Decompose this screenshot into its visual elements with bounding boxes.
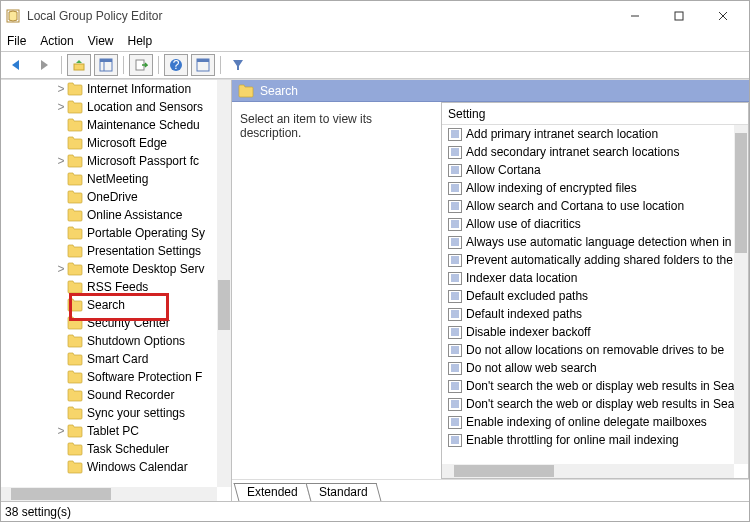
expand-icon[interactable]: >: [55, 262, 67, 276]
export-button[interactable]: [129, 54, 153, 76]
folder-icon: [67, 172, 83, 186]
tree-horizontal-scrollbar[interactable]: [1, 487, 217, 501]
setting-item[interactable]: Allow use of diacritics: [442, 215, 734, 233]
folder-icon: [67, 226, 83, 240]
setting-item[interactable]: Allow search and Cortana to use location: [442, 197, 734, 215]
maximize-button[interactable]: [657, 2, 701, 31]
help-button[interactable]: ?: [164, 54, 188, 76]
tree-item-label: Location and Sensors: [87, 100, 203, 114]
filter-button[interactable]: [226, 54, 250, 76]
status-bar: 38 setting(s): [1, 501, 749, 521]
tree-item[interactable]: >Tablet PC: [1, 422, 217, 440]
tree-pane: >Internet Information>Location and Senso…: [1, 80, 232, 501]
tree-item[interactable]: Security Center: [1, 314, 217, 332]
setting-item[interactable]: Disable indexer backoff: [442, 323, 734, 341]
show-hide-tree-button[interactable]: [94, 54, 118, 76]
folder-icon: [67, 298, 83, 312]
setting-item[interactable]: Default indexed paths: [442, 305, 734, 323]
back-button[interactable]: [5, 54, 29, 76]
up-button[interactable]: [67, 54, 91, 76]
tree-item[interactable]: Task Scheduler: [1, 440, 217, 458]
tree-item[interactable]: >Microsoft Passport fc: [1, 152, 217, 170]
details-title: Search: [260, 84, 298, 98]
tree-item[interactable]: Sync your settings: [1, 404, 217, 422]
tree-item[interactable]: Online Assistance: [1, 206, 217, 224]
tree-item[interactable]: Search: [1, 296, 217, 314]
tree-item[interactable]: OneDrive: [1, 188, 217, 206]
setting-item[interactable]: Default excluded paths: [442, 287, 734, 305]
expand-icon[interactable]: >: [55, 100, 67, 114]
tree-item[interactable]: Portable Operating Sy: [1, 224, 217, 242]
setting-item[interactable]: Don't search the web or display web resu…: [442, 377, 734, 395]
setting-icon: [448, 128, 462, 141]
tree-vertical-scrollbar[interactable]: [217, 80, 231, 487]
tree-item[interactable]: Maintenance Schedu: [1, 116, 217, 134]
setting-label: Prevent automatically adding shared fold…: [466, 253, 733, 267]
tab-extended[interactable]: Extended: [234, 483, 312, 501]
setting-item[interactable]: Add secondary intranet search locations: [442, 143, 734, 161]
setting-label: Allow indexing of encrypted files: [466, 181, 637, 195]
menu-file[interactable]: File: [7, 34, 26, 48]
tree-item-label: Search: [87, 298, 125, 312]
detail-tabs: Extended Standard: [232, 479, 749, 501]
setting-item[interactable]: Always use automatic language detection …: [442, 233, 734, 251]
setting-item[interactable]: Allow indexing of encrypted files: [442, 179, 734, 197]
tree-item[interactable]: RSS Feeds: [1, 278, 217, 296]
tree-item-label: Shutdown Options: [87, 334, 185, 348]
expand-icon[interactable]: >: [55, 424, 67, 438]
properties-button[interactable]: [191, 54, 215, 76]
tree-item[interactable]: Sound Recorder: [1, 386, 217, 404]
folder-icon: [67, 82, 83, 96]
window-title: Local Group Policy Editor: [27, 9, 613, 23]
setting-item[interactable]: Allow Cortana: [442, 161, 734, 179]
setting-label: Always use automatic language detection …: [466, 235, 732, 249]
expand-icon[interactable]: >: [55, 154, 67, 168]
setting-item[interactable]: Enable indexing of online delegate mailb…: [442, 413, 734, 431]
details-vertical-scrollbar[interactable]: [734, 125, 748, 464]
tree-item-label: Tablet PC: [87, 424, 139, 438]
setting-item[interactable]: Do not allow web search: [442, 359, 734, 377]
column-header-setting[interactable]: Setting: [442, 103, 748, 125]
tree-item[interactable]: NetMeeting: [1, 170, 217, 188]
tree-item-label: Smart Card: [87, 352, 148, 366]
setting-item[interactable]: Prevent automatically adding shared fold…: [442, 251, 734, 269]
setting-icon: [448, 326, 462, 339]
tree-item[interactable]: Software Protection F: [1, 368, 217, 386]
tree-item-label: RSS Feeds: [87, 280, 148, 294]
menu-action[interactable]: Action: [40, 34, 73, 48]
setting-icon: [448, 218, 462, 231]
tree-item[interactable]: >Internet Information: [1, 80, 217, 98]
tab-standard[interactable]: Standard: [305, 483, 381, 501]
setting-item[interactable]: Do not allow locations on removable driv…: [442, 341, 734, 359]
tree-item[interactable]: Smart Card: [1, 350, 217, 368]
folder-icon: [67, 244, 83, 258]
tree-item[interactable]: Microsoft Edge: [1, 134, 217, 152]
expand-icon[interactable]: >: [55, 82, 67, 96]
forward-button[interactable]: [32, 54, 56, 76]
tree-item[interactable]: Shutdown Options: [1, 332, 217, 350]
setting-icon: [448, 200, 462, 213]
setting-item[interactable]: Add primary intranet search location: [442, 125, 734, 143]
menu-view[interactable]: View: [88, 34, 114, 48]
tree-item[interactable]: >Location and Sensors: [1, 98, 217, 116]
minimize-button[interactable]: [613, 2, 657, 31]
details-horizontal-scrollbar[interactable]: [442, 464, 734, 478]
tree-item[interactable]: Windows Calendar: [1, 458, 217, 476]
tree-item[interactable]: >Remote Desktop Serv: [1, 260, 217, 278]
setting-label: Default indexed paths: [466, 307, 582, 321]
close-button[interactable]: [701, 2, 745, 31]
setting-icon: [448, 380, 462, 393]
setting-item[interactable]: Don't search the web or display web resu…: [442, 395, 734, 413]
tree-item-label: Security Center: [87, 316, 170, 330]
description-text: Select an item to view its description.: [232, 102, 441, 479]
setting-icon: [448, 416, 462, 429]
setting-item[interactable]: Enable throttling for online mail indexi…: [442, 431, 734, 449]
menu-help[interactable]: Help: [128, 34, 153, 48]
tree-item-label: Task Scheduler: [87, 442, 169, 456]
details-header: Search: [232, 80, 749, 102]
tree-item[interactable]: Presentation Settings: [1, 242, 217, 260]
setting-label: Don't search the web or display web resu…: [466, 397, 734, 411]
setting-icon: [448, 236, 462, 249]
setting-item[interactable]: Indexer data location: [442, 269, 734, 287]
setting-icon: [448, 290, 462, 303]
